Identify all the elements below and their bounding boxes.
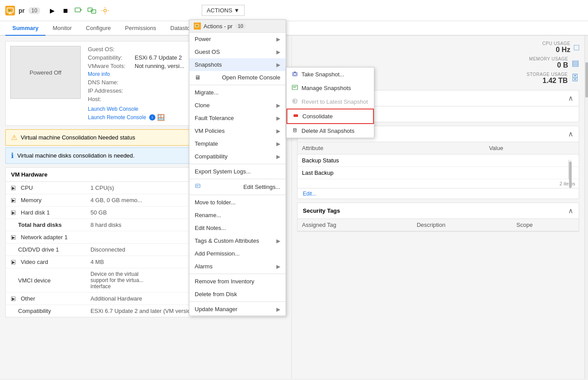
hd1-label: Hard disk 1 xyxy=(21,209,50,216)
actions-menu: Actions - pr 10 Power ▶ Guest OS ▶ Snaps… xyxy=(189,19,286,316)
menu-item-vm-policies[interactable]: VM Policies ▶ xyxy=(189,124,286,137)
hd1-expand[interactable]: ▶ xyxy=(11,211,15,215)
svg-point-9 xyxy=(104,9,106,12)
menu-item-alarms[interactable]: Alarms ▶ xyxy=(189,260,286,273)
tags-col-description: Description xyxy=(412,219,512,231)
tab-permissions[interactable]: Permissions xyxy=(118,21,163,36)
power-arrow: ▶ xyxy=(276,36,280,42)
memory-usage-icon: ▤ xyxy=(572,58,579,68)
submenu-delete-all-snapshots[interactable]: Delete All Snapshots xyxy=(286,124,374,138)
svg-point-15 xyxy=(294,73,296,75)
menu-sep-2 xyxy=(189,164,286,164)
storage-usage-value: 1.42 TB xyxy=(527,77,568,85)
snapshots-label: Snapshots xyxy=(195,61,222,68)
top-bar: pr 10 ▶ ⏹ ACTIONS ▼ xyxy=(0,0,588,21)
custom-attrs-collapse-icon[interactable]: ∧ xyxy=(568,130,573,138)
snapshots-arrow: ▶ xyxy=(276,62,280,68)
tab-configure[interactable]: Configure xyxy=(79,21,118,36)
alert-yellow-text: Virtual machine Consolidation Needed sta… xyxy=(21,134,135,141)
move-folder-label: Move to folder... xyxy=(195,199,236,206)
vm-policies-label: VM Policies xyxy=(195,128,225,134)
svg-marker-5 xyxy=(80,9,82,11)
memory-expand[interactable]: ▶ xyxy=(11,198,15,203)
cpu-expand[interactable]: ▶ xyxy=(11,186,15,190)
update-manager-arrow: ▶ xyxy=(276,306,280,312)
consolidate-icon xyxy=(293,113,299,120)
vmtools-value: Not running, versi... xyxy=(135,63,185,69)
menu-item-power[interactable]: Power ▶ xyxy=(189,33,286,45)
menu-sep-5 xyxy=(189,274,286,274)
menu-item-move-folder[interactable]: Move to folder... xyxy=(189,196,286,209)
menu-item-edit-notes[interactable]: Edit Notes... xyxy=(189,222,286,234)
table-row: Last Backup xyxy=(298,167,579,179)
toolbar-actions: ▶ ⏹ xyxy=(47,6,110,15)
edit-settings-label: Edit Settings... xyxy=(243,184,280,190)
video-expand[interactable]: ▶ xyxy=(11,260,15,264)
fault-tolerance-label: Fault Tolerance xyxy=(195,115,234,121)
menu-item-remove-inventory[interactable]: Remove from Inventory xyxy=(189,275,286,288)
scrollbar[interactable] xyxy=(584,36,588,379)
menu-item-open-remote[interactable]: 🖥 Open Remote Console xyxy=(189,71,286,84)
memory-label: Memory xyxy=(21,197,41,203)
menu-item-export-logs[interactable]: Export System Logs... xyxy=(189,165,286,178)
submenu-take-snapshot[interactable]: Take Snapshot... xyxy=(286,68,374,81)
menu-sep-1 xyxy=(189,85,286,85)
menu-item-snapshots[interactable]: Snapshots ▶ xyxy=(189,58,286,71)
play-icon[interactable]: ▶ xyxy=(47,6,57,15)
clone-arrow: ▶ xyxy=(276,102,280,109)
submenu-consolidate[interactable]: Consolidate xyxy=(286,109,374,124)
menu-header-count: 10 xyxy=(235,23,246,29)
host-label: Host: xyxy=(88,96,132,102)
menu-header-title: Actions - pr xyxy=(204,23,233,30)
menu-item-edit-settings[interactable]: Edit Settings... xyxy=(189,180,286,194)
other-expand[interactable]: ▶ xyxy=(11,297,15,301)
menu-sep-4 xyxy=(189,195,286,195)
more-info-link[interactable]: More info xyxy=(88,71,110,77)
settings-icon[interactable] xyxy=(100,6,110,15)
menu-item-update-manager[interactable]: Update Manager ▶ xyxy=(189,303,286,316)
nav-tabs: Summary Monitor Configure Permissions Da… xyxy=(0,21,588,36)
menu-item-fault-tolerance[interactable]: Fault Tolerance ▶ xyxy=(189,112,286,124)
migrate-icon[interactable] xyxy=(87,6,97,15)
stop-icon[interactable]: ⏹ xyxy=(60,6,70,15)
fault-tolerance-arrow: ▶ xyxy=(276,115,280,121)
tab-monitor[interactable]: Monitor xyxy=(45,21,79,36)
edit-attrs-link[interactable]: Edit... xyxy=(303,191,317,197)
guest-os-label: Guest OS: xyxy=(88,46,132,53)
menu-item-compatibility[interactable]: Compatibility ▶ xyxy=(189,150,286,163)
svg-rect-22 xyxy=(294,114,298,117)
edit-notes-menu-label: Edit Notes... xyxy=(195,225,226,231)
menu-item-rename[interactable]: Rename... xyxy=(189,209,286,222)
manage-snapshots-label: Manage Snapshots xyxy=(302,85,351,91)
menu-item-migrate[interactable]: Migrate... xyxy=(189,86,286,99)
menu-item-guest-os[interactable]: Guest OS ▶ xyxy=(189,45,286,58)
attr-last-backup: Last Backup xyxy=(298,167,485,179)
vm-title: pr xyxy=(19,7,25,14)
menu-item-tags[interactable]: Tags & Custom Attributes ▶ xyxy=(189,234,286,247)
menu-item-delete-disk[interactable]: Delete from Disk xyxy=(189,288,286,301)
menu-item-template[interactable]: Template ▶ xyxy=(189,137,286,150)
launch-remote-link[interactable]: Launch Remote Console xyxy=(88,114,146,120)
rename-label: Rename... xyxy=(195,212,221,218)
menu-item-clone[interactable]: Clone ▶ xyxy=(189,99,286,112)
manage-snapshots-icon xyxy=(292,84,298,92)
menu-sep-6 xyxy=(189,301,286,302)
submenu-manage-snapshots[interactable]: Manage Snapshots xyxy=(286,81,374,95)
powered-off-label: Powered Off xyxy=(30,69,61,76)
template-label: Template xyxy=(195,140,218,147)
export-logs-label: Export System Logs... xyxy=(195,168,251,175)
net1-label: Network adapter 1 xyxy=(21,234,68,241)
clone-label: Clone xyxy=(195,102,210,109)
migrate-label: Migrate... xyxy=(195,89,219,96)
ip-label: IP Addresses: xyxy=(88,87,132,94)
compat-label: Compatibility: xyxy=(88,54,132,61)
security-tags-collapse-icon[interactable]: ∧ xyxy=(568,207,573,215)
snapshot-icon[interactable] xyxy=(74,6,83,15)
net1-expand[interactable]: ▶ xyxy=(11,235,15,240)
tab-summary[interactable]: Summary xyxy=(5,21,45,36)
menu-item-add-permission[interactable]: Add Permission... xyxy=(189,247,286,260)
actions-button[interactable]: ACTIONS ▼ xyxy=(202,5,244,16)
other-label: Other xyxy=(21,295,35,302)
add-permission-label: Add Permission... xyxy=(195,250,240,257)
notes-collapse-icon[interactable]: ∧ xyxy=(568,94,573,102)
